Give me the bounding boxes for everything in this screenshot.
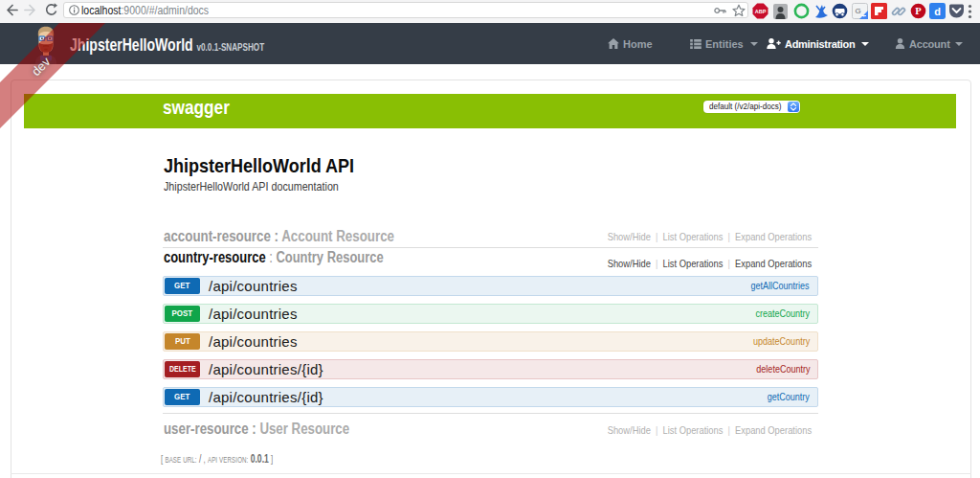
- svg-text:G: G: [855, 7, 860, 15]
- svg-text:d: d: [934, 6, 941, 17]
- svg-text:P: P: [915, 6, 922, 16]
- svg-text:ABP: ABP: [755, 9, 767, 14]
